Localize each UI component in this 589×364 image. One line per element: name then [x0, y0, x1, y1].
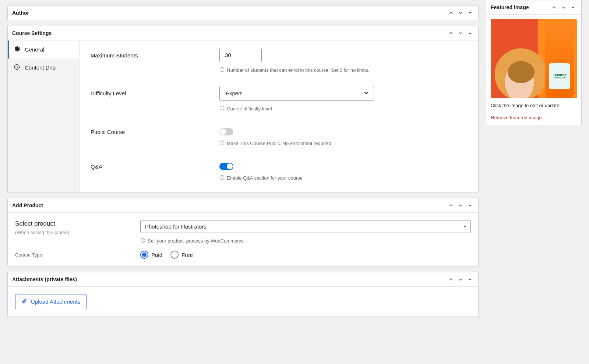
- radio-paid[interactable]: Paid: [140, 251, 162, 259]
- add-product-panel: Add Product Select product: [7, 198, 479, 266]
- field-qa: Q&A Enable Q&A section for your course: [91, 159, 467, 181]
- field-label: Maximum Students: [91, 48, 208, 59]
- author-panel-title: Author: [12, 10, 29, 16]
- featured-image-title: Featured image: [491, 4, 529, 10]
- svg-rect-6: [222, 108, 222, 109]
- svg-rect-9: [222, 142, 222, 144]
- move-down-icon[interactable]: [457, 29, 464, 37]
- svg-point-8: [222, 142, 222, 142]
- info-icon: [219, 140, 225, 146]
- tab-label: General: [25, 46, 44, 53]
- panel-controls: [447, 9, 474, 17]
- field-label: Difficulty Level: [91, 86, 208, 96]
- tab-general[interactable]: General: [8, 40, 79, 59]
- gear-icon: [14, 46, 20, 53]
- help-text: Make This Course Public. No enrollment r…: [219, 140, 467, 146]
- add-product-title: Add Product: [12, 202, 43, 208]
- panel-controls: [550, 4, 577, 11]
- upload-attachments-button[interactable]: Upload Attachments: [15, 294, 87, 309]
- max-students-input[interactable]: [219, 48, 262, 62]
- move-down-icon[interactable]: [457, 9, 464, 17]
- radio-free[interactable]: Free: [170, 251, 193, 259]
- move-down-icon[interactable]: [457, 276, 464, 283]
- info-icon: [219, 106, 225, 112]
- move-up-icon[interactable]: [447, 202, 455, 209]
- featured-image-panel: Featured image JARRI: [486, 0, 582, 125]
- author-panel: Author: [7, 6, 479, 20]
- field-label: Q&A: [91, 159, 208, 170]
- panel-controls: [447, 29, 474, 37]
- help-text: Course difficulty level: [219, 106, 467, 112]
- product-select-value: Photoshop for Illustrators: [145, 223, 207, 230]
- svg-point-2: [222, 68, 222, 69]
- help-text: Enable Q&A section for your course: [219, 175, 467, 181]
- toggle-panel-icon[interactable]: [466, 276, 474, 283]
- toggle-panel-icon[interactable]: [466, 29, 474, 37]
- paperclip-icon: [21, 298, 27, 305]
- toggle-panel-icon[interactable]: [569, 4, 577, 11]
- panel-controls: [447, 276, 474, 283]
- move-down-icon[interactable]: [457, 202, 464, 209]
- course-settings-title: Course Settings: [12, 30, 52, 36]
- tab-label: Content Drip: [25, 64, 56, 71]
- select-product-label: Select product: [15, 220, 137, 227]
- panel-controls: [447, 202, 474, 209]
- svg-rect-15: [142, 240, 143, 241]
- attachments-panel: Attachments (private files): [7, 272, 479, 317]
- move-up-icon[interactable]: [550, 4, 558, 11]
- svg-rect-12: [222, 177, 222, 179]
- course-type-label: Course Type: [15, 252, 137, 258]
- move-up-icon[interactable]: [447, 29, 455, 37]
- course-type-radio-group: Paid Free: [140, 251, 471, 259]
- help-text: Number of students that can enrol in thi…: [219, 67, 467, 73]
- public-course-toggle[interactable]: [219, 128, 233, 135]
- toggle-panel-icon[interactable]: [466, 9, 474, 17]
- featured-image-caption: Click the image to edit or update: [491, 103, 577, 108]
- field-label: Public Course: [91, 124, 208, 135]
- difficulty-select[interactable]: Expert: [219, 86, 374, 101]
- product-select[interactable]: Photoshop for Illustrators: [140, 220, 471, 233]
- course-settings-panel: Course Settings: [7, 26, 479, 192]
- qa-toggle[interactable]: [219, 163, 233, 170]
- field-public-course: Public Course Make This Course Public. N…: [91, 124, 467, 146]
- toggle-panel-icon[interactable]: [466, 202, 474, 209]
- info-icon: [219, 175, 225, 181]
- info-icon: [219, 67, 225, 73]
- move-up-icon[interactable]: [447, 276, 455, 283]
- select-product-sublabel: (When selling the course): [15, 230, 137, 235]
- info-icon: [140, 238, 145, 244]
- attachments-title: Attachments (private files): [12, 276, 77, 282]
- remove-featured-image-link[interactable]: Remove featured image: [491, 115, 542, 120]
- svg-point-5: [222, 107, 222, 108]
- move-up-icon[interactable]: [447, 9, 455, 17]
- settings-tabs: General Content Drip: [8, 40, 80, 192]
- tab-content-drip[interactable]: Content Drip: [8, 59, 79, 77]
- field-difficulty: Difficulty Level Expert: [91, 86, 467, 112]
- caret-down-icon: [463, 223, 467, 230]
- clock-icon: [14, 64, 20, 71]
- help-text: Sell your product, process by WooCommerc…: [140, 238, 471, 244]
- move-down-icon[interactable]: [560, 4, 567, 11]
- field-max-students: Maximum Students Number of students that…: [91, 48, 467, 73]
- featured-image-thumbnail[interactable]: JARRITOS MANDARIN: [491, 19, 577, 98]
- svg-point-14: [142, 239, 143, 240]
- svg-point-11: [222, 176, 222, 177]
- svg-rect-3: [222, 69, 222, 71]
